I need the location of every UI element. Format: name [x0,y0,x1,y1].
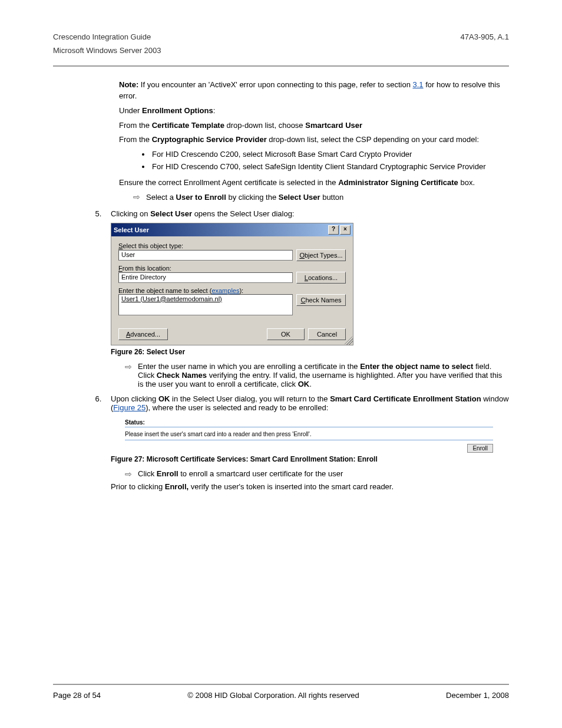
status-message: Please insert the user's smart card into… [125,429,493,440]
close-button[interactable]: × [340,225,351,235]
arrow-text: Enter the user name in which you are enr… [138,362,509,388]
txt-bold: Administrator Signing Certificate [338,178,458,187]
header-title-right: 47A3-905, A.1 [461,32,509,41]
step-list: Clicking on Select User opens the Select… [105,209,509,492]
footer-copyright: © 2008 HID Global Corporation. All right… [187,691,359,700]
figure-26-caption: Figure 26: Select User [111,348,509,356]
txt: in the Select User dialog, you will retu… [170,394,330,403]
txt: Clicking on [111,209,150,218]
admin-cert-line: Ensure the correct Enrollment Agent cert… [119,177,509,189]
bullet-c200: For HID Crescendo C200, select Microsoft… [151,149,509,160]
status-label: Status: [125,418,493,427]
header-rule [53,65,509,67]
page-header: Crescendo Integration Guide 47A3-905, A.… [53,32,509,55]
object-name-value: User1 (User1@aetdemodomain.nl) [121,295,222,302]
object-type-field[interactable]: User [118,250,293,261]
body-content: Note: If you encounter an 'ActiveX' erro… [119,80,509,203]
txt: ocations... [308,274,338,281]
txt: Under [119,106,142,115]
txt-bold: OK [298,380,310,388]
csp-bullets: For HID Crescendo C200, select Microsoft… [151,149,509,173]
txt: drop-down list, select the CSP depending… [267,135,479,144]
dialog-titlebar: Select User ? × [111,223,353,236]
arrow-icon: ⇨ [133,192,146,202]
txt: bject Types... [305,252,343,259]
cancel-button[interactable]: Cancel [308,328,346,340]
examples-link[interactable]: examples [211,287,239,294]
txt: : [213,106,216,115]
arrow-icon: ⇨ [125,469,138,479]
txt-bold: Certificate Template [152,121,224,130]
u: F [118,265,123,272]
step-6: Upon clicking OK in the Select User dial… [104,394,509,492]
txt: ), where the user is selected and ready … [146,403,328,412]
note-paragraph: Note: If you encounter an 'ActiveX' erro… [119,80,509,102]
header-title-left: Crescendo Integration Guide [53,32,151,41]
arrow-click-enroll: ⇨ Click Enroll to enroll a smartcard use… [125,469,509,479]
arrow-icon: ⇨ [125,362,138,372]
txt: From the [119,121,152,130]
footer-rule [53,684,509,685]
txt: heck Names [305,297,341,304]
header-subtitle: Microsoft Windows Server 2003 [53,46,509,55]
txt: drop-down list, choose [224,121,305,130]
page-footer: Page 28 of 54 © 2008 HID Global Corporat… [53,684,509,700]
txt: Enter the object name to select ( [118,287,211,294]
resize-grip-icon[interactable] [345,337,353,345]
figure-27: Status: Please insert the user's smart c… [125,418,493,453]
txt: to enroll a smartcard user certificate f… [178,469,343,478]
cert-template-line: From the Certificate Template drop-down … [119,120,509,131]
txt-bold: Enroll, [165,482,189,491]
u: O [299,252,305,259]
txt-bold: Smart Card Certificate Enrollment Statio… [330,394,481,403]
txt-bold: Select User [279,193,320,202]
txt: by clicking the [226,193,279,202]
arrow-enter-username: ⇨ Enter the user name in which you are e… [125,362,509,388]
from-location-label: From this location: [118,265,346,272]
txt-bold: Select User [150,209,192,218]
help-button[interactable]: ? [328,225,339,235]
figure-27-caption: Figure 27: Microsoft Certificate Service… [111,455,509,463]
from-location-field[interactable]: Entire Directory [118,272,293,283]
txt: verify the user's token is inserted into… [189,482,394,491]
advanced-button[interactable]: Advanced... [118,328,168,340]
txt-bold: Enter the object name to select [360,362,473,371]
object-name-field[interactable]: User1 (User1@aetdemodomain.nl) [118,294,293,315]
txt: box. [458,178,475,187]
locations-button[interactable]: Locations... [296,272,346,284]
figure-25-link[interactable]: Figure 25 [113,403,146,412]
txt: rom this location: [123,265,171,272]
dialog-body: Select this object type: User Object Typ… [111,236,353,322]
arrow-text: Click Enroll to enroll a smartcard user … [138,469,509,478]
txt: Prior to clicking [111,482,165,491]
prior-to-enroll: Prior to clicking Enroll, verify the use… [111,482,509,491]
txt-bold: OK [158,394,170,403]
arrow-select-user: ⇨ Select a User to Enroll by clicking th… [133,192,509,203]
step-5: Clicking on Select User opens the Select… [104,209,509,388]
txt: dvanced... [130,331,160,338]
txt: opens the Select User dialog: [192,209,294,218]
dialog-buttons: Advanced... OK Cancel [111,322,353,345]
object-name-label: Enter the object name to select (example… [118,287,346,294]
note-link[interactable]: 3.1 [413,80,424,89]
txt-bold: User to Enroll [176,193,226,202]
txt: Click [138,469,157,478]
txt: Upon clicking [111,394,158,403]
object-types-button[interactable]: Object Types... [296,249,346,261]
txt: Ensure the correct Enrollment Agent cert… [119,178,338,187]
txt-bold: Enrollment Options [142,106,213,115]
txt: . [309,380,312,388]
enroll-button[interactable]: Enroll [467,444,493,453]
check-names-button[interactable]: Check Names [296,294,346,306]
note-label: Note: [119,80,138,89]
csp-line: From the Cryptographic Service Provider … [119,134,509,146]
enroll-intro: Under Enrollment Options: [119,106,509,117]
txt-bold: Check Names [157,371,207,380]
footer-page: Page 28 of 54 [53,691,101,700]
txt: From the [119,135,152,144]
note-text-1: If you encounter an 'ActiveX' error upon… [138,80,412,89]
ok-button[interactable]: OK [267,328,305,340]
dialog-title: Select User [114,226,149,233]
txt-bold: Smartcard User [305,121,362,130]
txt-bold: Enroll [157,469,178,478]
